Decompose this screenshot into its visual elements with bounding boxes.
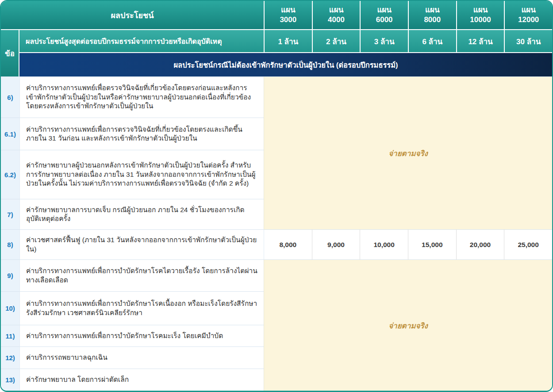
row-description-text: ค่ารักษาพยาบาลการบาดเจ็บ กรณีผู้ป่วยนอก … [26,206,257,224]
row-description-text: ค่าบริการทางการแพทย์เพื่อตรวจวินิจฉัยที่… [26,84,257,110]
row-number-9: 9) [1,259,19,291]
benefit-value-cell-8000: 15,000 [408,229,456,259]
row-number-7: 7) [1,199,19,229]
plan-number: 12000 [518,15,539,25]
plan-number: 8000 [424,15,441,25]
plan-column-header-10000: แผน 10000 [456,1,504,30]
section-header-opd: ผลประโยชน์กรณีไม่ต้องเข้าพักรักษาตัวเป็น… [19,53,552,76]
row-number-10: 10) [1,291,19,325]
max-benefit-value-6000: 3 ล้าน [360,30,408,53]
row-description-6-2: ค่ารักษาพยาบาลผู้ป่วยนอกหลังการเข้าพักรั… [19,150,264,199]
plan-name: แผน [377,5,392,15]
actual-pay-cell-group2: จ่ายตามจริง [264,259,552,391]
row-number-11: 11) [1,325,19,346]
row-description-9: ค่าบริการทางการแพทย์เพื่อการบำบัดรักษาโร… [19,259,264,291]
plan-column-header-6000: แผน 6000 [360,1,408,30]
max-benefit-value-10000: 12 ล้าน [456,30,504,53]
row-description-text: ค่ารักษาพยาบาล โดยการผ่าตัดเล็ก [26,375,129,384]
row-number-6-2: 6.2) [1,150,19,199]
benefit-value-cell-4000: 9,000 [312,229,360,259]
plan-name: แผน [473,5,488,15]
plan-column-header-4000: แผน 4000 [312,1,360,30]
row-description-10: ค่าบริการทางการแพทย์เพื่อการบำบัดรักษาโร… [19,291,264,325]
row-description-text: ค่าเวชศาสตร์ฟื้นฟู (ภายใน 31 วันหลังจากอ… [26,236,257,254]
item-column-label: ข้อ [5,47,15,59]
row-number-6-1: 6.1) [1,118,19,150]
row-description-text: ค่ารักษาพยาบาลผู้ป่วยนอกหลังการเข้าพักรั… [26,161,257,188]
row-description-6: ค่าบริการทางการแพทย์เพื่อตรวจวินิจฉัยที่… [19,76,264,118]
header-benefits: ผลประโยชน์ [1,1,264,30]
row-description-8: ค่าเวชศาสตร์ฟื้นฟู (ภายใน 31 วันหลังจากอ… [19,229,264,259]
max-benefit-value-12000: 30 ล้าน [504,30,552,53]
row-description-7: ค่ารักษาพยาบาลการบาดเจ็บ กรณีผู้ป่วยนอก … [19,199,264,229]
max-benefit-value-3000: 1 ล้าน [264,30,312,53]
max-benefit-value-4000: 2 ล้าน [312,30,360,53]
row-description-6-1: ค่าบริการทางการแพทย์เพื่อการตรวจวินิจฉัย… [19,118,264,150]
actual-pay-label: จ่ายตามจริง [388,320,428,331]
item-column-header: ข้อ [1,30,19,76]
plan-number: 4000 [328,15,345,25]
benefits-table: ผลประโยชน์ แผน 3000 แผน 4000 แผน 6000 แผ… [0,0,553,392]
benefit-value-cell-10000: 20,000 [456,229,504,259]
benefit-value-cell-6000: 10,000 [360,229,408,259]
plan-column-header-3000: แผน 3000 [264,1,312,30]
page: ผลประโยชน์ แผน 3000 แผน 4000 แผน 6000 แผ… [0,0,553,392]
row-description-text: ค่าบริการรถพยาบาลฉุกเฉิน [26,353,108,362]
row-description-text: ค่าบริการทางการแพทย์เพื่อการบำบัดรักษาโร… [26,299,257,317]
row-description-13: ค่ารักษาพยาบาล โดยการผ่าตัดเล็ก [19,369,264,391]
plan-name: แผน [425,5,440,15]
benefit-value-cell-3000: 8,000 [264,229,312,259]
plan-column-header-12000: แผน 12000 [504,1,552,30]
actual-pay-cell-group1: จ่ายตามจริง [264,76,552,229]
max-benefit-value-8000: 6 ล้าน [408,30,456,53]
actual-pay-label: จ่ายตามจริง [388,147,428,159]
row-description-11: ค่าบริการทางการแพทย์เพื่อการบำบัดรักษาโร… [19,325,264,346]
plan-name: แผน [329,5,344,15]
plan-column-header-8000: แผน 8000 [408,1,456,30]
max-benefit-row-header: ผลประโยชน์สูงสุดต่อรอบปีกรมธรรม์จากการป่… [19,30,264,53]
plan-number: 3000 [280,15,296,25]
row-description-12: ค่าบริการรถพยาบาลฉุกเฉิน [19,346,264,369]
section-header-label: ผลประโยชน์กรณีไม่ต้องเข้าพักรักษาตัวเป็น… [173,59,398,71]
row-description-text: ค่าบริการทางการแพทย์เพื่อการตรวจวินิจฉัย… [26,125,257,143]
plan-name: แผน [281,5,296,15]
benefit-value-cell-12000: 25,000 [504,229,552,259]
row-number-8: 8) [1,229,19,259]
row-description-text: ค่าบริการทางการแพทย์เพื่อการบำบัดรักษาโร… [26,331,223,340]
row-number-6: 6) [1,76,19,118]
header-benefits-label: ผลประโยชน์ [111,9,154,22]
max-benefit-label: ผลประโยชน์สูงสุดต่อรอบปีกรมธรรม์จากการป่… [26,36,222,47]
plan-name: แผน [521,5,536,15]
plan-number: 6000 [376,15,393,25]
plan-number: 10000 [470,15,491,25]
row-number-13: 13) [1,369,19,391]
row-description-text: ค่าบริการทางการแพทย์เพื่อการบำบัดรักษาโร… [26,266,257,285]
row-number-12: 12) [1,346,19,369]
